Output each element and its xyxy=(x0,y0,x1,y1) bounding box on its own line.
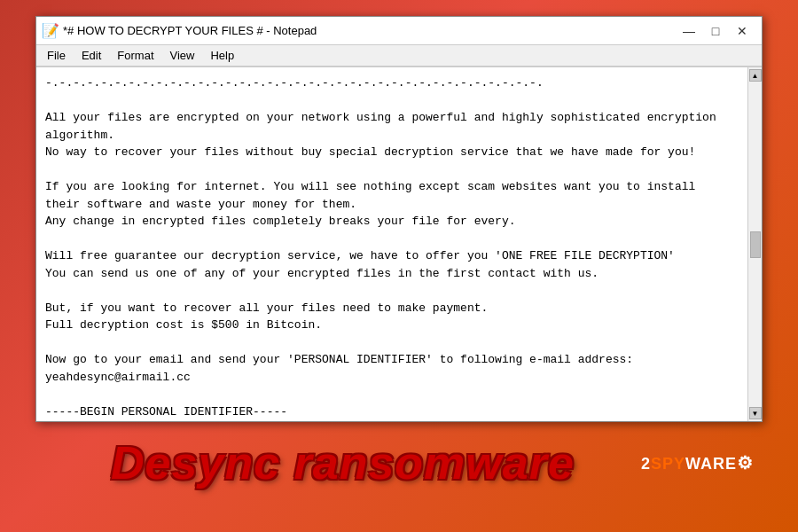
notepad-window: 📝 *# HOW TO DECRYPT YOUR FILES # - Notep… xyxy=(35,16,763,422)
gear-icon: ⚙ xyxy=(737,453,754,473)
menu-edit[interactable]: Edit xyxy=(74,47,108,64)
brand-ware: WARE xyxy=(685,455,737,473)
bottom-section: Desync ransomware 2SPYWARE⚙ xyxy=(35,436,763,489)
title-bar: 📝 *# HOW TO DECRYPT YOUR FILES # - Notep… xyxy=(36,17,762,45)
window-controls: — □ ✕ xyxy=(677,21,755,41)
menu-bar: File Edit Format View Help xyxy=(36,45,762,66)
ransomware-label: Desync ransomware xyxy=(111,436,575,489)
brand-text: 2SPYWARE⚙ xyxy=(641,452,754,473)
title-bar-left: 📝 *# HOW TO DECRYPT YOUR FILES # - Notep… xyxy=(43,24,317,38)
brand-2spy: 2 xyxy=(641,455,651,473)
scroll-up-arrow[interactable]: ▲ xyxy=(749,69,762,82)
text-content-wrapper: -.-.-.-.-.-.-.-.-.-.-.-.-.-.-.-.-.-.-.-.… xyxy=(36,66,762,421)
brand-spy: SPY xyxy=(651,455,685,473)
window-title: *# HOW TO DECRYPT YOUR FILES # - Notepad xyxy=(63,24,317,37)
scroll-down-arrow[interactable]: ▼ xyxy=(749,407,762,419)
menu-file[interactable]: File xyxy=(40,47,73,64)
text-area[interactable]: -.-.-.-.-.-.-.-.-.-.-.-.-.-.-.-.-.-.-.-.… xyxy=(36,67,747,421)
minimize-button[interactable]: — xyxy=(677,21,701,41)
scroll-thumb[interactable] xyxy=(750,231,761,258)
menu-help[interactable]: Help xyxy=(203,47,241,64)
maximize-button[interactable]: □ xyxy=(703,21,728,41)
scrollbar[interactable]: ▲ ▼ xyxy=(747,67,762,421)
brand-logo: 2SPYWARE⚙ xyxy=(641,452,754,473)
menu-format[interactable]: Format xyxy=(110,47,160,64)
close-button[interactable]: ✕ xyxy=(730,21,755,41)
menu-view[interactable]: View xyxy=(163,47,202,64)
notepad-icon: 📝 xyxy=(43,24,58,38)
